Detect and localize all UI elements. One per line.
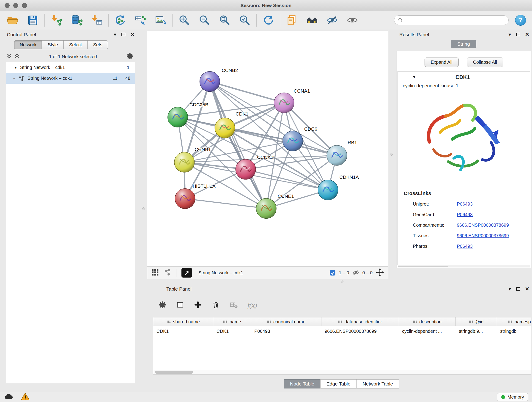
- cell-canonical-name[interactable]: P06493: [251, 326, 322, 336]
- crosslink-link[interactable]: P06493: [457, 244, 473, 249]
- graph-node-rb1[interactable]: [327, 145, 347, 166]
- graph-node-ccnb1[interactable]: [174, 152, 195, 172]
- column-header-canonical-name[interactable]: canonical name: [251, 317, 322, 326]
- expand-all-button[interactable]: Expand All: [424, 57, 459, 67]
- crosslink-link[interactable]: P06493: [457, 212, 473, 217]
- table-row[interactable]: CDK1 CDK1 P06493 9606.ENSP00000378699 cy…: [153, 326, 531, 336]
- function-builder-button[interactable]: f(x): [247, 301, 257, 309]
- open-session-button[interactable]: [6, 13, 19, 27]
- table-panel-collapse-button[interactable]: ▾: [509, 287, 511, 292]
- graph-node-ccnb2[interactable]: [200, 71, 220, 92]
- graph-node-cdc25b[interactable]: [168, 107, 188, 127]
- network-graph[interactable]: CCNB2CCNA1CDC25BCDK1CDC6RB1CCNB1CCNA2CDK…: [147, 31, 388, 266]
- import-table-from-file-button[interactable]: [90, 13, 103, 27]
- column-header-namespace[interactable]: namespace: [497, 317, 531, 326]
- crosslink-link[interactable]: 9606.ENSP00000378699: [457, 223, 509, 228]
- graph-edges[interactable]: [178, 82, 337, 209]
- graph-node-cdkn1a[interactable]: [318, 180, 338, 200]
- tab-edge-table[interactable]: Edge Table: [320, 379, 357, 389]
- zoom-in-button[interactable]: [177, 13, 191, 27]
- new-network-from-table-button[interactable]: [134, 13, 147, 27]
- splitter-handle[interactable]: [341, 281, 343, 283]
- tab-sets[interactable]: Sets: [87, 40, 108, 49]
- zoom-fit-button[interactable]: [218, 13, 231, 27]
- table-panel-float-button[interactable]: [516, 287, 520, 292]
- memory-button[interactable]: Memory: [497, 393, 528, 401]
- control-panel-close-button[interactable]: ✕: [130, 32, 134, 37]
- network-canvas[interactable]: CCNB2CCNA1CDC25BCDK1CDC6RB1CCNB1CCNA2CDK…: [147, 31, 388, 266]
- import-network-from-database-button[interactable]: [70, 13, 83, 27]
- column-header-shared-name[interactable]: shared name: [153, 317, 213, 326]
- collapse-triangle-icon[interactable]: ▼: [412, 75, 416, 79]
- birds-eye-view-button[interactable]: [181, 268, 192, 278]
- column-header-database-identifier[interactable]: database identifier: [322, 317, 399, 326]
- graph-node-ccna1[interactable]: [274, 93, 294, 113]
- delete-column-button[interactable]: [212, 301, 220, 310]
- cell-name[interactable]: CDK1: [213, 326, 251, 336]
- crosslink-link[interactable]: 9606.ENSP00000378699: [457, 233, 509, 238]
- protein-section-header[interactable]: ▼ CDK1: [398, 71, 530, 83]
- network-collection-row[interactable]: ▼ String Network – cdk1 1: [6, 62, 135, 73]
- zoom-out-button[interactable]: [198, 13, 211, 27]
- scrollbar-thumb[interactable]: [155, 370, 193, 374]
- warnings-button[interactable]: [21, 392, 30, 402]
- zoom-window-button[interactable]: [22, 3, 27, 8]
- cell-description[interactable]: cyclin-dependent ...: [399, 326, 456, 336]
- control-panel-collapse-button[interactable]: ▾: [114, 32, 116, 37]
- column-header-description[interactable]: description: [399, 317, 456, 326]
- expand-all-tree-button[interactable]: [14, 53, 20, 60]
- results-panel-float-button[interactable]: [516, 32, 520, 37]
- import-network-from-file-button[interactable]: [50, 13, 63, 27]
- tab-network[interactable]: Network: [14, 40, 42, 49]
- string-results-tab[interactable]: String: [451, 40, 476, 48]
- control-panel-float-button[interactable]: [121, 32, 125, 37]
- collapse-all-button[interactable]: Collapse All: [467, 57, 503, 67]
- cell-id[interactable]: stringdb:9...: [456, 326, 497, 336]
- search-input[interactable]: [405, 17, 505, 23]
- fit-content-button[interactable]: [376, 268, 384, 278]
- delete-table-button[interactable]: [230, 301, 238, 310]
- results-panel-close-button[interactable]: ✕: [525, 32, 529, 37]
- table-horizontal-scrollbar[interactable]: [153, 370, 531, 375]
- results-panel-collapse-button[interactable]: ▾: [509, 32, 511, 37]
- expand-triangle-icon[interactable]: ▼: [14, 65, 17, 70]
- table-options-gear-button[interactable]: [158, 301, 166, 310]
- search-box[interactable]: [394, 15, 509, 25]
- hide-selected-button[interactable]: [326, 13, 339, 27]
- tab-style[interactable]: Style: [42, 40, 63, 49]
- zoom-selected-button[interactable]: [238, 13, 251, 27]
- results-horizontal-scrollbar[interactable]: [398, 265, 530, 268]
- save-session-button[interactable]: [26, 13, 39, 27]
- graph-node-cdc6[interactable]: [283, 131, 303, 151]
- export-image-button[interactable]: [154, 13, 167, 27]
- splitter-handle[interactable]: [390, 153, 393, 156]
- tab-select[interactable]: Select: [63, 40, 88, 49]
- graph-node-ccne1[interactable]: [256, 198, 276, 219]
- network-options-gear-button[interactable]: [126, 52, 133, 61]
- new-network-button[interactable]: [114, 13, 127, 27]
- copy-document-button[interactable]: [285, 13, 298, 27]
- graph-node-ccna2[interactable]: [235, 159, 256, 179]
- splitter-handle[interactable]: [142, 207, 145, 210]
- graph-node-hist1h1a[interactable]: [175, 189, 195, 209]
- table-panel-close-button[interactable]: ✕: [525, 287, 529, 292]
- network-overview-button[interactable]: [164, 269, 171, 277]
- cell-namespace[interactable]: stringdb: [497, 326, 531, 336]
- show-columns-button[interactable]: [176, 301, 184, 310]
- network-row-selected[interactable]: ● String Network – cdk1 11 48: [6, 73, 135, 84]
- create-column-button[interactable]: [194, 301, 202, 310]
- grid-view-button[interactable]: [152, 269, 159, 277]
- column-header-name[interactable]: name: [213, 317, 251, 326]
- first-neighbors-button[interactable]: [305, 13, 319, 27]
- help-button[interactable]: ?: [515, 15, 526, 26]
- tab-node-table[interactable]: Node Table: [284, 379, 321, 389]
- cell-database-identifier[interactable]: 9606.ENSP00000378699: [322, 326, 399, 336]
- cell-shared-name[interactable]: CDK1: [153, 326, 213, 336]
- column-header-id[interactable]: @id: [456, 317, 497, 326]
- collapse-all-tree-button[interactable]: [6, 53, 12, 60]
- show-all-button[interactable]: [346, 13, 359, 27]
- cloud-status-button[interactable]: [4, 392, 14, 402]
- crosslink-link[interactable]: P06493: [457, 201, 473, 207]
- graph-node-cdk1[interactable]: [215, 118, 235, 138]
- close-window-button[interactable]: [5, 3, 10, 8]
